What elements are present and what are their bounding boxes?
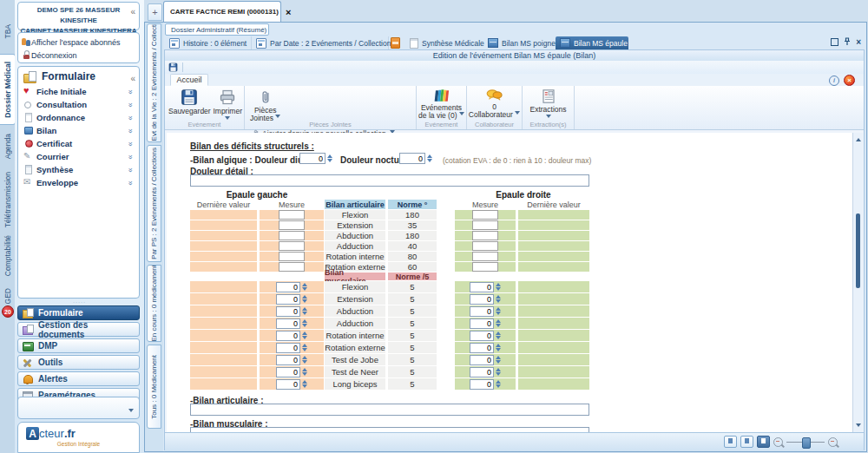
diurnal-pain-input[interactable] — [299, 153, 326, 164]
attachments-button[interactable]: Pièces Jointes — [250, 86, 280, 122]
tab-dossier-administratif[interactable]: Dossier Administratif (Résumé) — [165, 23, 269, 36]
muscular-right-stepper-input[interactable] — [470, 379, 494, 390]
stepper-arrows[interactable] — [302, 332, 307, 339]
module-item-alertes[interactable]: Alertes — [17, 371, 140, 386]
measure-left-input[interactable] — [279, 231, 305, 240]
stepper-arrows[interactable] — [496, 283, 501, 291]
muscular-left-stepper-input[interactable] — [276, 367, 300, 378]
rail-tab-ged[interactable]: GED — [0, 285, 15, 307]
muscular-right-stepper-input[interactable] — [470, 355, 494, 365]
muscular-left-stepper-input[interactable] — [276, 331, 300, 341]
quick-save-icon[interactable] — [168, 62, 178, 72]
module-item-dmp[interactable]: DMP — [17, 338, 140, 353]
stepper-arrows[interactable] — [496, 380, 501, 388]
view-tab-bilan-ms-poignet[interactable]: Bilan MS poignet — [483, 36, 551, 49]
module-item-gestion-des-documents[interactable]: Gestion des documents — [17, 322, 140, 337]
view-tab-histoire-0-element[interactable]: Histoire : 0 élément — [165, 36, 252, 49]
collection-tab-par-ps[interactable]: Par PS : 2 Evénements / Collections — [147, 145, 161, 262]
collapse-icon[interactable]: « — [130, 74, 135, 83]
view-button-3[interactable] — [757, 436, 770, 448]
measure-left-input[interactable] — [279, 210, 305, 220]
muscular-right-stepper-input[interactable] — [470, 331, 494, 341]
stepper-arrows[interactable] — [302, 380, 307, 388]
sidebar-item-consultation[interactable]: Consultation« — [18, 98, 139, 111]
zoom-out-icon[interactable] — [773, 437, 783, 447]
measure-left-input[interactable] — [279, 241, 305, 251]
chevron-expand-icon[interactable]: « — [126, 140, 135, 148]
rail-tab-comptabilite[interactable]: Comptabilité — [0, 231, 15, 281]
tab-accueil[interactable]: Accueil — [170, 74, 208, 86]
zoom-slider[interactable] — [786, 442, 825, 443]
collection-tab-par-evt-de-la-vie[interactable]: Par Evt de la Vie : 2 Evénements / Colle… — [147, 23, 161, 142]
stepper-arrows[interactable] — [302, 295, 307, 303]
show-subscriber-space-link[interactable]: Afficher l'espace abonnés — [22, 36, 135, 49]
sidebar-item-certificat[interactable]: Certificat« — [18, 137, 139, 150]
chevron-down-icon[interactable] — [128, 409, 134, 415]
muscular-right-stepper-input[interactable] — [470, 318, 494, 329]
muscular-right-stepper-input[interactable] — [470, 367, 494, 378]
close-editor-icon[interactable]: × — [844, 75, 855, 86]
sidebar-item-courrier[interactable]: Courrier« — [18, 150, 139, 163]
chevron-expand-icon[interactable]: « — [126, 153, 135, 161]
measure-left-input[interactable] — [279, 262, 305, 272]
nocturnal-pain-input[interactable] — [399, 153, 425, 164]
sidebar-item-enveloppe[interactable]: Enveloppe« — [18, 176, 139, 189]
collection-tab-en-cours[interactable]: En cours : 0 médicament — [147, 265, 161, 342]
sidebar-item-ordonnance[interactable]: Ordonnance« — [18, 111, 139, 124]
muscular-right-stepper-input[interactable] — [470, 343, 494, 353]
collection-tab-tous[interactable]: Tous : 0 Médicament — [147, 345, 161, 429]
pain-detail-input[interactable] — [190, 174, 589, 187]
stepper-arrows[interactable] — [496, 332, 501, 339]
stepper-arrows[interactable] — [496, 344, 501, 351]
module-item-outils[interactable]: Outils — [17, 355, 140, 370]
stepper-arrows[interactable] — [302, 307, 307, 315]
measure-left-input[interactable] — [279, 252, 305, 261]
close-window-icon[interactable]: × — [856, 38, 861, 46]
chevron-expand-icon[interactable]: « — [126, 179, 135, 187]
new-tab-button[interactable]: + — [148, 3, 162, 21]
logout-link[interactable]: Déconnexion — [22, 49, 135, 62]
collaborator-button[interactable]: 0 Collaborateur — [467, 86, 522, 119]
rail-tab-teletransmission[interactable]: Télétransmission — [0, 170, 15, 229]
muscular-left-stepper-input[interactable] — [276, 318, 300, 329]
sidebar-item-synthese[interactable]: Synthèse« — [18, 163, 139, 176]
view-button-2[interactable] — [740, 436, 753, 448]
muscular-left-stepper-input[interactable] — [276, 379, 300, 390]
rail-tab-dossier-medical[interactable]: Dossier Médical — [0, 54, 16, 125]
chevron-expand-icon[interactable]: « — [126, 101, 135, 108]
view-tab-bilan-ms-epaule[interactable]: Bilan MS épaule — [556, 36, 628, 49]
stepper-arrows[interactable] — [302, 356, 307, 364]
zoom-in-icon[interactable] — [828, 437, 838, 447]
close-tab-icon[interactable]: × — [286, 8, 291, 16]
stepper-arrows[interactable] — [496, 356, 501, 364]
muscular-right-stepper-input[interactable] — [470, 294, 494, 305]
collapse-icon[interactable]: « — [130, 7, 135, 16]
pin-icon[interactable] — [844, 37, 851, 46]
measure-left-input[interactable] — [279, 220, 305, 230]
muscular-left-stepper-input[interactable] — [276, 294, 300, 305]
stepper-arrows[interactable] — [427, 154, 432, 162]
vertical-scrollbar[interactable] — [852, 133, 863, 432]
stepper-arrows[interactable] — [496, 307, 501, 315]
muscular-left-stepper-input[interactable] — [276, 355, 300, 365]
stepper-arrows[interactable] — [302, 319, 307, 327]
info-icon[interactable]: i — [829, 76, 839, 86]
chevron-expand-icon[interactable]: « — [126, 127, 135, 135]
measure-right-input[interactable] — [472, 231, 498, 240]
chevron-expand-icon[interactable]: « — [126, 166, 135, 174]
stepper-arrows[interactable] — [496, 368, 501, 376]
measure-right-input[interactable] — [472, 210, 498, 220]
stepper-arrows[interactable] — [496, 319, 501, 327]
sidebar-item-bilan[interactable]: Bilan« — [18, 124, 139, 137]
restore-window-icon[interactable] — [831, 38, 838, 46]
life-events-button[interactable]: Evénements de la vie (0) — [417, 86, 466, 120]
muscular-right-stepper-input[interactable] — [470, 306, 494, 317]
measure-right-input[interactable] — [472, 262, 498, 272]
module-item-formulaire[interactable]: Formulaire — [17, 305, 140, 320]
extractions-button[interactable]: Extractions — [523, 86, 574, 121]
muscular-right-stepper-input[interactable] — [470, 282, 494, 292]
print-button[interactable]: Imprimer — [213, 86, 242, 122]
scroll-up-icon[interactable] — [856, 135, 861, 141]
stepper-arrows[interactable] — [496, 295, 501, 303]
muscular-left-stepper-input[interactable] — [276, 282, 300, 292]
